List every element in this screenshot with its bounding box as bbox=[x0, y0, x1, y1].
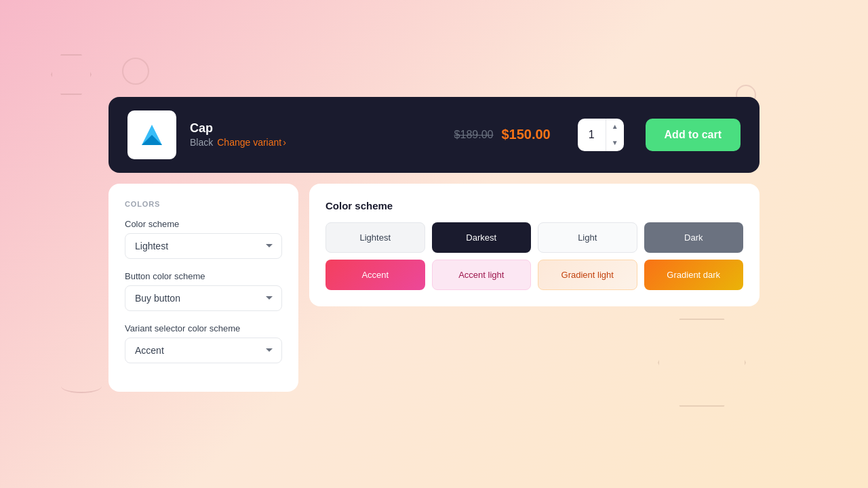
variant-color-group: Variant selector color scheme Accent Lig… bbox=[125, 323, 282, 363]
quantity-value: 1 bbox=[578, 129, 606, 141]
change-variant-link[interactable]: Change variant › bbox=[217, 137, 286, 148]
button-color-group: Button color scheme Buy button Accent Li… bbox=[125, 271, 282, 311]
add-to-cart-button[interactable]: Add to cart bbox=[646, 119, 741, 151]
page-content: Cap Black Change variant › $189.00 $150.… bbox=[0, 0, 868, 488]
product-name: Cap bbox=[190, 121, 441, 136]
scheme-btn-dark[interactable]: Dark bbox=[644, 222, 744, 253]
product-info: Cap Black Change variant › bbox=[190, 121, 441, 148]
scheme-btn-gradient-light[interactable]: Gradient light bbox=[538, 260, 637, 290]
colors-panel: COLORS Color scheme Lightest Light Dark … bbox=[108, 184, 298, 392]
scheme-btn-lightest[interactable]: Lightest bbox=[326, 222, 425, 253]
quantity-decrement[interactable]: ▼ bbox=[606, 135, 624, 151]
color-scheme-select[interactable]: Lightest Light Dark Darkest Accent Accen… bbox=[125, 233, 282, 259]
quantity-arrows: ▲ ▼ bbox=[606, 119, 624, 151]
product-thumbnail bbox=[138, 121, 165, 148]
color-scheme-label: Color scheme bbox=[125, 219, 282, 229]
bottom-panels: COLORS Color scheme Lightest Light Dark … bbox=[108, 184, 760, 392]
quantity-control: 1 ▲ ▼ bbox=[578, 119, 624, 151]
product-variant: Black Change variant › bbox=[190, 137, 441, 148]
color-scheme-group: Color scheme Lightest Light Dark Darkest… bbox=[125, 219, 282, 259]
button-color-select[interactable]: Buy button Accent Light Dark bbox=[125, 285, 282, 311]
scheme-btn-gradient-dark[interactable]: Gradient dark bbox=[644, 260, 744, 290]
colors-section-title: COLORS bbox=[125, 200, 282, 208]
scheme-btn-light[interactable]: Light bbox=[538, 222, 637, 253]
original-price: $189.00 bbox=[454, 129, 494, 141]
variant-color-label: Variant selector color scheme bbox=[125, 323, 282, 333]
product-pricing: $189.00 $150.00 bbox=[454, 127, 551, 142]
scheme-panel: Color scheme Lightest Darkest Light Dark… bbox=[309, 184, 760, 306]
scheme-panel-title: Color scheme bbox=[326, 200, 743, 211]
variant-color-select[interactable]: Accent Light Dark Lightest bbox=[125, 338, 282, 363]
quantity-increment[interactable]: ▲ bbox=[606, 119, 624, 135]
sale-price: $150.00 bbox=[501, 127, 550, 142]
variant-color-text: Black bbox=[190, 137, 213, 148]
product-image bbox=[127, 110, 176, 159]
scheme-btn-darkest[interactable]: Darkest bbox=[432, 222, 532, 253]
scheme-btn-accent-light[interactable]: Accent light bbox=[432, 260, 532, 290]
button-color-label: Button color scheme bbox=[125, 271, 282, 281]
product-bar: Cap Black Change variant › $189.00 $150.… bbox=[108, 97, 760, 173]
scheme-grid: Lightest Darkest Light Dark Accent Accen… bbox=[326, 222, 743, 290]
scheme-btn-accent[interactable]: Accent bbox=[326, 260, 425, 290]
